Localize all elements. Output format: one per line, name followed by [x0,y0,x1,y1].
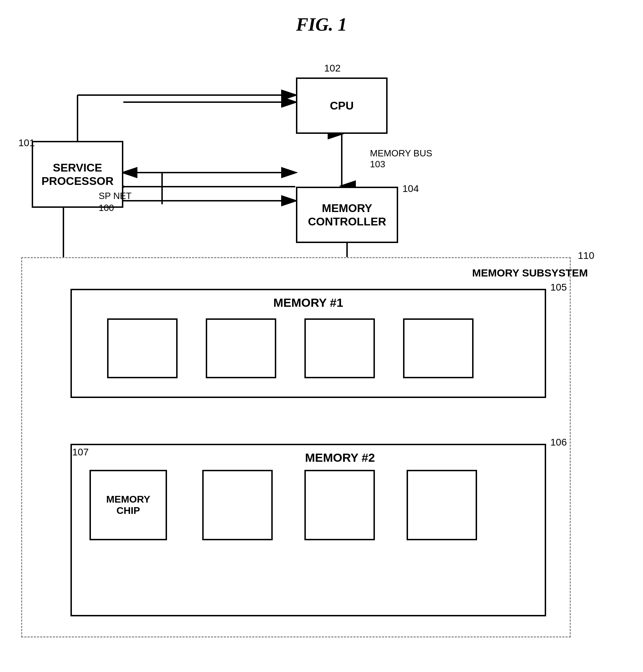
memory1-box: MEMORY #1 [70,289,546,398]
memory-chip-box: MEMORYCHIP [89,470,167,540]
figure-title: FIG. 1 [296,14,347,35]
ref-105: 105 [550,282,567,293]
ref-107: 107 [72,447,89,458]
memory2-chip4 [407,470,477,540]
diagram-container: FIG. 1 [0,0,643,672]
cpu-box: CPU [296,77,388,134]
mc-label: MEMORYCONTROLLER [308,201,386,229]
ref-104: 104 [402,183,419,194]
memory-subsystem-label: MEMORY SUBSYSTEM [472,266,588,280]
memory-bus-label: MEMORY BUS 103 [370,148,432,170]
memory1-chip2 [206,318,276,378]
memory2-box: MEMORY #2 MEMORYCHIP [70,444,546,616]
sp-net-label: SP NET100 [99,190,131,214]
memory1-chip4 [403,318,474,378]
memory2-chip2 [202,470,273,540]
memory1-chip1 [107,318,178,378]
ref-101: 101 [18,137,35,149]
ref-102: 102 [324,63,341,74]
memory1-chip3 [304,318,375,378]
memory1-label: MEMORY #1 [72,290,545,310]
ref-110: 110 [578,250,594,261]
memory2-label: MEMORY #2 [72,445,545,465]
ref-106: 106 [550,437,567,448]
memory-controller-box: MEMORYCONTROLLER [296,187,398,243]
memory2-chip3 [304,470,375,540]
sp-label: SERVICEPROCESSOR [42,161,113,188]
cpu-label: CPU [330,99,354,112]
